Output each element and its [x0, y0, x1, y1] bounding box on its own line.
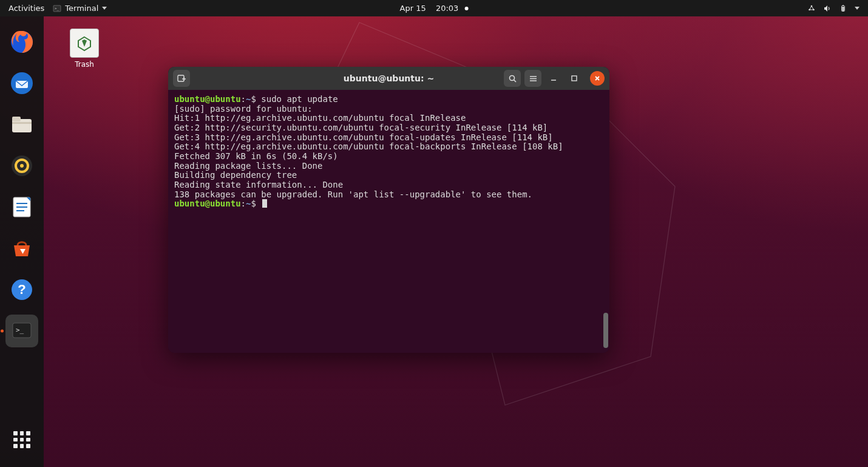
svg-point-30: [509, 75, 514, 80]
svg-text:>_: >_: [16, 326, 24, 334]
new-tab-icon: [177, 73, 186, 83]
close-button[interactable]: [590, 71, 605, 86]
dock-thunderbird[interactable]: [5, 67, 38, 100]
terminal-body[interactable]: ubuntu@ubuntu:~$ sudo apt update [sudo] …: [168, 90, 609, 353]
window-title: ubuntu@ubuntu: ~: [344, 73, 434, 83]
prompt2-sep: :: [241, 199, 246, 208]
network-icon[interactable]: [807, 4, 816, 13]
terminal-icon: >_: [10, 319, 33, 343]
clock-menu[interactable]: Apr 15 20:03: [400, 4, 469, 13]
prompt-symbol: $: [251, 94, 256, 104]
svg-rect-7: [843, 7, 844, 11]
topbar-time: 20:03: [436, 4, 458, 13]
writer-icon: [10, 195, 34, 219]
dock-files[interactable]: [5, 108, 38, 141]
terminal-cursor: [262, 199, 267, 208]
hamburger-icon: [529, 74, 538, 83]
output-line-3: Get:3 http://eg.archive.ubuntu.com/ubunt…: [174, 132, 553, 142]
svg-text:?: ?: [18, 282, 25, 297]
volume-icon[interactable]: [823, 4, 832, 13]
dock-terminal[interactable]: >_: [5, 315, 38, 347]
svg-rect-12: [12, 117, 21, 121]
activities-button[interactable]: Activities: [8, 4, 44, 13]
output-line-0: [sudo] password for ubuntu:: [174, 104, 313, 114]
output-line-8: Reading state information... Done: [174, 180, 343, 189]
search-icon: [508, 74, 517, 83]
battery-icon[interactable]: [839, 4, 847, 13]
terminal-window[interactable]: ubuntu@ubuntu: ~ ubuntu@ubuntu:~$ sudo a…: [168, 67, 609, 353]
minimize-icon: [549, 74, 558, 83]
svg-text:>_: >_: [55, 6, 59, 11]
output-line-5: Fetched 307 kB in 6s (50.4 kB/s): [174, 151, 338, 161]
files-icon: [9, 112, 35, 137]
app-menu-label: Terminal: [65, 4, 98, 13]
gnome-topbar: Activities >_ Terminal Apr 15 20:03: [0, 0, 868, 16]
help-icon: ?: [9, 277, 35, 302]
trash-icon: [70, 29, 99, 58]
firefox-icon: [8, 29, 35, 55]
svg-rect-6: [843, 5, 844, 5]
terminal-scrollbar[interactable]: [603, 313, 608, 348]
output-line-7: Building dependency tree: [174, 170, 297, 180]
apps-grid-icon: [13, 431, 30, 448]
new-tab-button[interactable]: [173, 70, 190, 87]
prompt2-symbol: $: [251, 199, 256, 208]
prompt2-user: ubuntu@ubuntu: [174, 199, 241, 208]
app-menu[interactable]: >_ Terminal: [53, 4, 107, 13]
hamburger-menu-button[interactable]: [524, 70, 541, 87]
output-line-9: 138 packages can be upgraded. Run 'apt l…: [174, 189, 532, 199]
desktop-trash[interactable]: Trash: [63, 29, 106, 69]
terminal-menu-icon: >_: [53, 4, 61, 13]
prompt-sep: :: [241, 94, 246, 104]
software-icon: [9, 236, 35, 261]
search-button[interactable]: [504, 70, 521, 87]
rhythmbox-icon: [9, 153, 35, 179]
output-line-2: Get:2 http://security.ubuntu.com/ubuntu …: [174, 123, 548, 132]
desktop-trash-label: Trash: [63, 60, 106, 69]
svg-rect-13: [12, 122, 32, 124]
dock-help[interactable]: ?: [5, 273, 38, 306]
close-icon: [594, 75, 601, 82]
dock-firefox[interactable]: [5, 26, 38, 58]
chevron-down-icon: [102, 7, 107, 10]
svg-rect-27: [178, 75, 184, 81]
svg-point-16: [20, 164, 24, 168]
activities-label: Activities: [8, 4, 44, 13]
topbar-date: Apr 15: [400, 4, 426, 13]
dock-ubuntu-software[interactable]: [5, 232, 38, 265]
maximize-icon: [570, 74, 578, 83]
output-line-1: Hit:1 http://eg.archive.ubuntu.com/ubunt…: [174, 113, 466, 123]
maximize-button[interactable]: [566, 70, 583, 87]
thunderbird-icon: [8, 70, 35, 97]
show-applications-button[interactable]: [5, 423, 38, 456]
dock-rhythmbox[interactable]: [5, 149, 38, 182]
system-menu-chevron-icon[interactable]: [855, 7, 860, 10]
minimize-button[interactable]: [545, 70, 562, 87]
notification-dot-icon: [464, 7, 468, 10]
prompt-user: ubuntu@ubuntu: [174, 94, 241, 104]
svg-rect-36: [572, 76, 577, 81]
output-line-6: Reading package lists... Done: [174, 161, 322, 171]
command-1: sudo apt update: [261, 94, 337, 104]
svg-line-31: [514, 80, 516, 82]
output-line-4: Get:4 http://eg.archive.ubuntu.com/ubunt…: [174, 141, 563, 151]
ubuntu-dock: ? >_: [0, 16, 44, 467]
dock-libreoffice-writer[interactable]: [5, 191, 38, 223]
window-titlebar[interactable]: ubuntu@ubuntu: ~: [168, 67, 609, 90]
